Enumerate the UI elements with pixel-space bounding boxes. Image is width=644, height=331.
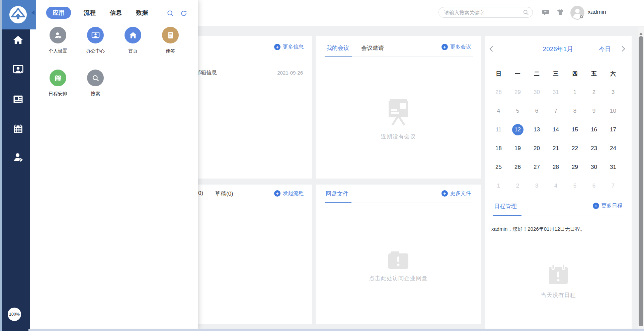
panel-tab-bar: 应用流程信息数据 [46, 7, 149, 19]
calendar-day[interactable]: 18 [489, 139, 508, 158]
app-item-calendar[interactable]: 日程安排 [39, 70, 77, 97]
calendar-day[interactable]: 31 [546, 83, 565, 102]
calendar-day[interactable]: 26 [508, 158, 527, 177]
weekday-label: 五 [584, 66, 603, 82]
calendar-day[interactable]: 9 [584, 102, 603, 120]
panel-search-icon[interactable] [166, 9, 174, 19]
more-meetings-link[interactable]: 更多会议 [441, 43, 471, 50]
start-flow-link[interactable]: 发起流程 [274, 190, 304, 197]
more-schedule-link[interactable]: 更多日程 [593, 202, 622, 209]
calendar-day[interactable]: 28 [489, 83, 508, 102]
calendar-day[interactable]: 5 [508, 102, 527, 120]
panel-tab-4[interactable]: 数据 [135, 7, 149, 19]
calendar-day[interactable]: 5 [565, 177, 584, 195]
calendar-day[interactable]: 30 [527, 83, 546, 102]
panel-tab-3[interactable]: 信息 [108, 7, 123, 19]
calendar-day[interactable]: 23 [584, 139, 603, 158]
tab-fragment[interactable]: 0) [198, 190, 203, 197]
calendar-day[interactable]: 1 [489, 177, 508, 195]
calendar-day[interactable]: 4 [489, 102, 508, 120]
theme-shirt-icon[interactable] [556, 8, 564, 18]
calendar-today-button[interactable]: 今日 [599, 45, 611, 53]
app-item-search[interactable]: 搜索 [77, 70, 114, 97]
calendar-day[interactable]: 11 [489, 120, 508, 139]
message-bubble-icon[interactable] [542, 8, 550, 18]
calendar-day[interactable]: 29 [565, 158, 584, 177]
calendar-day[interactable]: 16 [584, 120, 603, 139]
logo-icon [8, 5, 28, 24]
calendar-day[interactable]: 25 [489, 158, 508, 177]
prev-month-chevron-icon[interactable] [490, 46, 495, 52]
nav-sidebar [0, 0, 30, 331]
calendar-day[interactable]: 1 [565, 83, 584, 102]
calendar-day[interactable]: 6 [527, 102, 546, 120]
panel-refresh-icon[interactable] [180, 9, 188, 19]
calendar-day[interactable]: 22 [565, 139, 584, 158]
vertical-scrollbar-thumb[interactable] [639, 36, 643, 326]
calendar-day[interactable]: 7 [603, 177, 623, 195]
tab-my-meetings[interactable]: 我的会议 [326, 44, 349, 52]
calendar-day[interactable]: 2 [508, 177, 527, 195]
sidebar-home-icon[interactable] [12, 34, 24, 46]
calendar-day[interactable]: 19 [508, 139, 527, 158]
more-schedule-label: 更多日程 [601, 202, 622, 209]
folder-alert-icon [388, 251, 408, 270]
disk-empty-text[interactable]: 点击此处访问企业网盘 [369, 275, 428, 282]
sidebar-user-settings-icon[interactable] [12, 151, 24, 163]
disk-card-title[interactable]: 网盘文件 [326, 190, 348, 198]
more-files-link[interactable]: 更多文件 [441, 190, 471, 197]
calendar-day[interactable]: 30 [584, 158, 603, 177]
calendar-day[interactable]: 27 [527, 158, 546, 177]
panel-tab-2[interactable]: 流程 [82, 7, 97, 19]
calendar-day[interactable]: 2 [584, 83, 603, 102]
scroll-up-arrow-icon[interactable] [639, 31, 643, 35]
calendar-day[interactable]: 13 [527, 120, 546, 139]
calendar-day[interactable]: 29 [508, 83, 527, 102]
presentation-board-icon [386, 99, 411, 128]
calendar-day[interactable]: 17 [603, 120, 623, 139]
panel-tab-1[interactable]: 应用 [46, 7, 71, 19]
calendar-day[interactable]: 14 [546, 120, 565, 139]
app-item-user-gear[interactable]: 个人设置 [39, 27, 77, 54]
plus-icon [593, 203, 599, 209]
app-logo[interactable] [0, 0, 36, 29]
calendar-day[interactable]: 3 [603, 83, 623, 102]
search-icon[interactable] [522, 9, 529, 17]
calendar-day[interactable]: 15 [565, 120, 584, 139]
tab-meeting-invites[interactable]: 会议邀请 [361, 44, 384, 52]
calendar-day[interactable]: 31 [603, 158, 623, 177]
zoom-level-badge[interactable]: 100% [8, 308, 21, 321]
sidebar-office-center-icon[interactable] [12, 64, 24, 76]
calendar-day[interactable]: 21 [546, 139, 565, 158]
calendar-day[interactable]: 8 [565, 102, 584, 120]
calendar-day[interactable]: 6 [584, 177, 603, 195]
next-month-chevron-icon[interactable] [620, 46, 625, 52]
tab-drafts[interactable]: 草稿(0) [215, 190, 233, 198]
app-item-monitor-user[interactable]: 办公中心 [77, 27, 114, 54]
horizontal-scrollbar[interactable] [28, 329, 644, 331]
more-meetings-label: 更多会议 [450, 43, 471, 50]
sidebar-news-icon[interactable] [12, 93, 24, 105]
info-item-title[interactable]: 邮箱信息 [195, 69, 217, 76]
calendar-day[interactable]: 28 [546, 158, 565, 177]
more-info-link[interactable]: 更多信息 [274, 43, 304, 50]
note-icon [162, 27, 179, 43]
global-search [438, 7, 533, 18]
calendar-day[interactable]: 20 [527, 139, 546, 158]
search-input[interactable] [438, 7, 533, 18]
sidebar-calendar-icon[interactable] [12, 123, 24, 135]
app-item-note[interactable]: 便签 [152, 27, 189, 54]
calendar-day[interactable]: 7 [546, 102, 565, 120]
schedule-title[interactable]: 日程管理 [494, 202, 517, 210]
calendar-day-today[interactable]: 12 [508, 120, 527, 139]
calendar-day[interactable]: 24 [603, 139, 623, 158]
calendar-day[interactable]: 3 [527, 177, 546, 195]
calendar-day[interactable]: 4 [546, 177, 565, 195]
calendar-day[interactable]: 10 [603, 102, 623, 120]
card-divider [195, 203, 304, 203]
user-avatar[interactable] [570, 5, 585, 20]
app-item-home[interactable]: 首页 [114, 27, 152, 54]
username-label[interactable]: xadmin [588, 9, 606, 15]
card-divider [325, 203, 473, 203]
panel-collapse-arrow-icon[interactable] [31, 10, 34, 15]
